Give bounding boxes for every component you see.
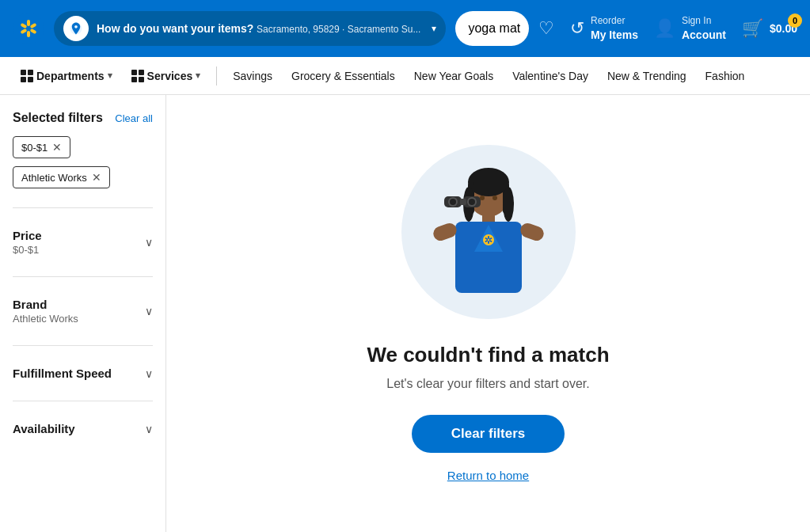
brand-chevron-icon: ∨ bbox=[145, 305, 153, 317]
cart-button[interactable]: 🛒 0 $0.00 bbox=[742, 18, 797, 39]
no-results-image bbox=[409, 149, 568, 315]
account-button[interactable]: 👤 Sign In Account bbox=[654, 15, 726, 42]
services-chevron-icon: ▾ bbox=[196, 70, 200, 81]
header: How do you want your items? Sacramento, … bbox=[0, 0, 810, 57]
svg-point-24 bbox=[450, 199, 456, 205]
delivery-chevron-icon: ▾ bbox=[432, 23, 436, 34]
header-actions: ♡ ↺ Reorder My Items 👤 Sign In Account 🛒… bbox=[538, 15, 797, 42]
cart-icon: 🛒 bbox=[742, 18, 763, 39]
departments-label: Departments bbox=[36, 70, 105, 82]
availability-section-header[interactable]: Availability ∨ bbox=[13, 412, 153, 445]
no-results-title: We couldn't find a match bbox=[367, 343, 609, 367]
fulfillment-section-title: Fulfillment Speed bbox=[13, 367, 112, 380]
selected-filters-title: Selected filters bbox=[13, 111, 103, 125]
reorder-text: Reorder My Items bbox=[591, 15, 638, 42]
svg-point-34 bbox=[480, 196, 485, 200]
cart-badge: 0 bbox=[788, 13, 802, 28]
services-grid-icon bbox=[131, 70, 144, 82]
nav-link-grocery[interactable]: Grocery & Essentials bbox=[283, 70, 403, 82]
svg-rect-22 bbox=[460, 199, 466, 205]
svg-point-35 bbox=[492, 196, 497, 200]
nav-link-newyear[interactable]: New Year Goals bbox=[406, 70, 501, 82]
account-text: Sign In Account bbox=[682, 15, 726, 42]
svg-point-13 bbox=[503, 187, 514, 222]
svg-rect-18 bbox=[431, 221, 458, 242]
fulfillment-filter-section: Fulfillment Speed ∨ bbox=[13, 357, 153, 390]
brand-filter-remove-icon[interactable]: ✕ bbox=[92, 171, 101, 184]
nav-link-trending[interactable]: New & Trending bbox=[599, 70, 694, 82]
brand-filter-section: Brand Athletic Works ∨ bbox=[13, 288, 153, 334]
clear-all-link[interactable]: Clear all bbox=[115, 112, 153, 124]
price-filter-label: $0-$1 bbox=[21, 142, 48, 154]
fulfillment-section-header[interactable]: Fulfillment Speed ∨ bbox=[13, 357, 153, 390]
brand-section-sub: Athletic Works bbox=[13, 313, 78, 325]
reorder-button[interactable]: ↺ Reorder My Items bbox=[570, 15, 638, 42]
search-bar: yoga mat bbox=[455, 11, 529, 46]
selected-filters-header: Selected filters Clear all bbox=[13, 111, 153, 125]
availability-filter-section: Availability ∨ bbox=[13, 412, 153, 445]
account-icon: 👤 bbox=[654, 18, 675, 39]
price-filter-remove-icon[interactable]: ✕ bbox=[52, 141, 62, 154]
main-layout: Selected filters Clear all $0-$1 ✕ Athle… bbox=[0, 95, 810, 532]
services-label: Services bbox=[147, 70, 193, 82]
no-results-subtitle: Let's clear your filters and start over. bbox=[386, 377, 590, 391]
price-section-title: Price bbox=[13, 229, 42, 242]
price-section-header[interactable]: Price $0-$1 ∨ bbox=[13, 219, 153, 265]
walmart-logo bbox=[13, 13, 44, 44]
filter-divider-2 bbox=[13, 276, 153, 277]
svg-rect-19 bbox=[518, 221, 545, 242]
svg-point-26 bbox=[469, 199, 475, 205]
departments-grid-icon bbox=[21, 70, 33, 82]
nav-bar: Departments ▾ Services ▾ Savings Grocery… bbox=[0, 57, 810, 95]
svg-point-0 bbox=[13, 13, 44, 44]
departments-nav[interactable]: Departments ▾ bbox=[13, 57, 120, 94]
reorder-icon: ↺ bbox=[570, 18, 584, 39]
price-section-sub: $0-$1 bbox=[13, 244, 42, 256]
return-to-home-link[interactable]: Return to home bbox=[447, 469, 529, 482]
availability-section-title: Availability bbox=[13, 422, 75, 435]
clear-filters-button[interactable]: Clear filters bbox=[412, 415, 565, 453]
nav-link-valentines[interactable]: Valentine's Day bbox=[504, 70, 596, 82]
delivery-icon bbox=[63, 16, 89, 41]
brand-filter-label: Athletic Works bbox=[21, 172, 87, 184]
content-area: We couldn't find a match Let's clear you… bbox=[166, 95, 810, 532]
heart-icon: ♡ bbox=[538, 18, 554, 39]
price-chevron-icon: ∨ bbox=[145, 236, 153, 249]
price-filter-section: Price $0-$1 ∨ bbox=[13, 219, 153, 265]
departments-chevron-icon: ▾ bbox=[108, 70, 112, 81]
nav-divider bbox=[216, 66, 217, 86]
brand-filter-tag[interactable]: Athletic Works ✕ bbox=[13, 166, 110, 188]
wishlist-button[interactable]: ♡ bbox=[538, 18, 554, 39]
brand-section-title: Brand bbox=[13, 298, 78, 311]
svg-rect-28 bbox=[488, 236, 489, 239]
filter-divider-1 bbox=[13, 207, 153, 208]
svg-rect-31 bbox=[488, 241, 489, 244]
nav-link-savings[interactable]: Savings bbox=[225, 70, 280, 82]
fulfillment-chevron-icon: ∨ bbox=[145, 367, 153, 380]
no-results-illustration bbox=[401, 145, 576, 319]
nav-link-fashion[interactable]: Fashion bbox=[698, 70, 753, 82]
delivery-selector[interactable]: How do you want your items? Sacramento, … bbox=[54, 11, 446, 46]
svg-rect-1 bbox=[27, 20, 30, 26]
delivery-text: How do you want your items? Sacramento, … bbox=[97, 21, 420, 36]
services-nav[interactable]: Services ▾ bbox=[124, 57, 209, 94]
price-filter-tag[interactable]: $0-$1 ✕ bbox=[13, 136, 70, 158]
filter-divider-4 bbox=[13, 401, 153, 401]
svg-rect-4 bbox=[27, 31, 30, 37]
sidebar: Selected filters Clear all $0-$1 ✕ Athle… bbox=[0, 95, 166, 532]
search-input[interactable]: yoga mat bbox=[455, 11, 529, 46]
filter-divider-3 bbox=[13, 345, 153, 346]
brand-section-header[interactable]: Brand Athletic Works ∨ bbox=[13, 288, 153, 334]
availability-chevron-icon: ∨ bbox=[145, 423, 153, 435]
